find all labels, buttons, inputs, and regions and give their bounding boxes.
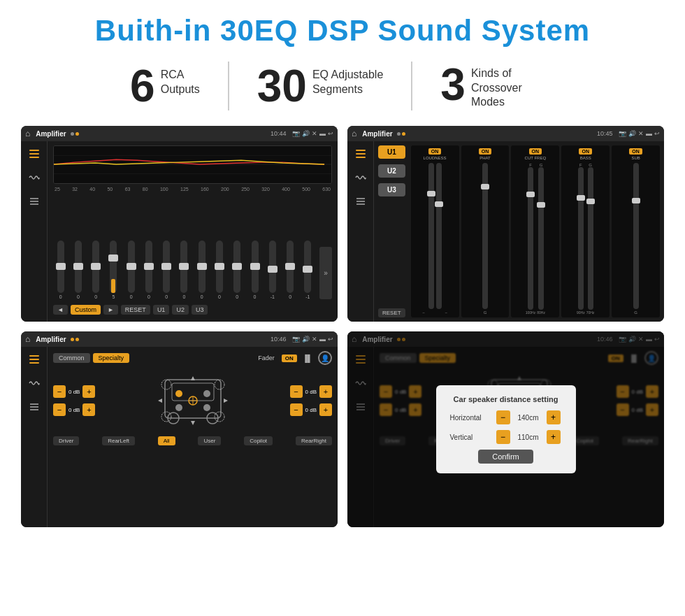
eq-slider-11[interactable]: 0 (247, 241, 262, 299)
all-btn[interactable]: All (158, 436, 175, 445)
eq-slider-4[interactable]: 0 (124, 241, 138, 299)
bass-slider-f[interactable] (578, 167, 584, 310)
eq-custom-btn[interactable]: Custom (71, 305, 101, 315)
cutfreq-on[interactable]: ON (529, 148, 542, 155)
crossover-sidebar (347, 141, 374, 322)
loudness-slider-2[interactable] (436, 163, 442, 309)
eq-slider-8[interactable]: 0 (194, 241, 209, 299)
specialty-tab[interactable]: Specialty (93, 353, 130, 363)
fader-on-toggle[interactable]: ON (282, 354, 297, 362)
eq-u2-btn[interactable]: U2 (172, 305, 189, 315)
back-icon-2: ↩ (654, 130, 660, 137)
fader-person-icon[interactable]: 👤 (318, 351, 332, 365)
vol-plus-rl[interactable]: + (82, 403, 95, 416)
svg-rect-1 (29, 153, 39, 155)
confirm-btn[interactable]: Confirm (478, 450, 533, 464)
speaker-distance-dialog: Car speaker distance setting Horizontal … (436, 385, 576, 473)
eq-slider-12[interactable]: -1 (265, 241, 280, 299)
eq-slider-0[interactable]: 0 (53, 241, 68, 299)
fader-wave-icon[interactable] (27, 376, 41, 390)
crossover-screen-title: Amplifier (362, 130, 392, 138)
volume-icon-3: 🔊 (302, 336, 310, 343)
horizontal-minus-btn[interactable]: − (496, 410, 510, 424)
eq-arrows-icon[interactable] (27, 194, 41, 208)
copilot-btn[interactable]: Copilot (244, 436, 273, 445)
fader-arrows-icon[interactable] (27, 400, 41, 414)
volume-icon: 🔊 (302, 130, 310, 137)
vertical-minus-btn[interactable]: − (496, 430, 510, 444)
loudness-label: LOUDNESS (424, 156, 447, 160)
phat-panel: ON PHAT G (461, 145, 510, 317)
sub-on[interactable]: ON (629, 148, 642, 155)
bass-on[interactable]: ON (579, 148, 592, 155)
eq-slider-5[interactable]: 0 (141, 241, 156, 299)
cross-wave-icon[interactable] (354, 171, 368, 185)
bass-label: BASS (580, 156, 591, 160)
fader-screen-card: ⌂ Amplifier 10:46 📷 🔊 ✕ ▬ ↩ (21, 331, 338, 527)
bass-thumb-g (586, 199, 595, 204)
eq-slider-9[interactable]: 0 (212, 241, 226, 299)
eq-wave-icon[interactable] (27, 171, 41, 185)
vol-minus-rr[interactable]: − (290, 403, 303, 416)
common-tab[interactable]: Common (53, 353, 90, 363)
eq-slider-7[interactable]: 0 (177, 241, 192, 299)
crossover-main-content: U1 U2 U3 RESET ON LOUDNESS (374, 141, 664, 322)
eq-filter-icon[interactable] (27, 147, 41, 161)
vol-plus-fl[interactable]: + (82, 385, 95, 398)
u3-btn[interactable]: U3 (378, 183, 405, 196)
sub-panel: ON SUB G (612, 145, 660, 317)
cross-reset-btn[interactable]: RESET (378, 308, 405, 317)
cutfreq-slider-f[interactable] (528, 167, 533, 310)
loudness-panel: ON LOUDNESS ~ (411, 145, 459, 317)
horizontal-label: Horizontal (450, 414, 492, 422)
vol-plus-fr[interactable]: + (319, 385, 332, 398)
fader-filter-icon[interactable] (27, 352, 41, 366)
user-btn[interactable]: User (198, 436, 221, 445)
vol-val-fl: 0 dB (68, 389, 80, 395)
eq-fill (111, 279, 115, 293)
vol-controls-left: − 0 dB + − 0 dB + (53, 385, 95, 416)
eq-slider-1[interactable]: 0 (71, 241, 85, 299)
cross-filter-icon[interactable] (354, 147, 368, 161)
eq-forward-btn[interactable]: » (319, 247, 332, 299)
dot6 (75, 338, 79, 341)
eq-slider-2[interactable]: 0 (89, 241, 103, 299)
eq-reset-btn[interactable]: RESET (121, 305, 150, 315)
eq-u1-btn[interactable]: U1 (153, 305, 170, 315)
u2-btn[interactable]: U2 (378, 164, 405, 178)
phat-on[interactable]: ON (479, 148, 492, 155)
rearright-btn[interactable]: RearRight (296, 436, 332, 445)
eq-slider-10[interactable]: 0 (230, 241, 245, 299)
eq-u3-btn[interactable]: U3 (192, 305, 208, 315)
loudness-on[interactable]: ON (428, 148, 442, 155)
home-icon-2: ⌂ (352, 129, 356, 138)
sub-slider[interactable] (633, 163, 639, 309)
vol-minus-fl[interactable]: − (53, 385, 66, 398)
driver-btn[interactable]: Driver (53, 436, 79, 445)
rect-icon-2: ▬ (646, 130, 652, 137)
eq-slider-3[interactable]: 5 (106, 241, 121, 299)
volume-icon-2: 🔊 (628, 130, 636, 137)
vol-row-left-2: − 0 dB + (53, 403, 95, 416)
vol-minus-fr[interactable]: − (290, 385, 303, 398)
eq-slider-13[interactable]: 0 (282, 241, 297, 299)
vol-minus-rl[interactable]: − (53, 403, 66, 416)
eq-play-btn[interactable]: ► (103, 305, 118, 315)
cutfreq-slider-g[interactable] (538, 167, 544, 310)
vol-plus-rr[interactable]: + (319, 403, 332, 416)
eq-time: 10:44 📷 🔊 ✕ ▬ ↩ (271, 130, 333, 137)
eq-prev-btn[interactable]: ◄ (53, 305, 68, 315)
bass-slider-g[interactable] (588, 167, 593, 310)
loudness-slider-1[interactable] (428, 163, 434, 309)
rearleft-btn[interactable]: RearLeft (102, 436, 135, 445)
horizontal-plus-btn[interactable]: + (547, 410, 561, 424)
eq-slider-6[interactable]: 0 (159, 241, 174, 299)
u1-btn[interactable]: U1 (378, 145, 405, 159)
vol-val-fr: 0 dB (305, 389, 317, 395)
eq-slider-14[interactable]: -1 (301, 241, 315, 299)
cross-arrows-icon[interactable] (354, 194, 368, 208)
dialog-vertical-row: Vertical − 110cm + (450, 430, 562, 444)
vertical-plus-btn[interactable]: + (547, 430, 561, 444)
crossover-screen-body: U1 U2 U3 RESET ON LOUDNESS (347, 141, 664, 322)
phat-slider[interactable] (482, 163, 488, 309)
